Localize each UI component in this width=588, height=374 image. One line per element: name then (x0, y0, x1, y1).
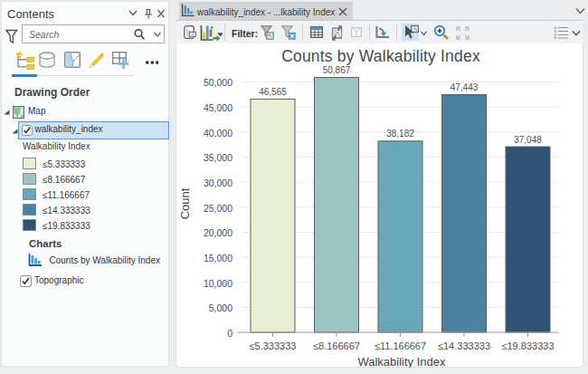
svg-text:37,048: 37,048 (514, 135, 542, 145)
svg-text:46,565: 46,565 (259, 87, 287, 97)
svg-text:25,000: 25,000 (204, 203, 232, 214)
svg-text:10,000: 10,000 (204, 278, 232, 289)
svg-text:≤19.833333: ≤19.833333 (501, 340, 554, 351)
svg-text:≤11.166667: ≤11.166667 (375, 340, 426, 351)
svg-text:40,000: 40,000 (204, 128, 232, 139)
svg-text:50,000: 50,000 (204, 77, 232, 88)
svg-text:≤8.166667: ≤8.166667 (313, 340, 360, 351)
svg-text:≤5.333333: ≤5.333333 (250, 340, 297, 351)
svg-text:47,443: 47,443 (450, 82, 479, 92)
svg-text:0: 0 (227, 328, 232, 339)
svg-text:20,000: 20,000 (204, 227, 232, 238)
svg-text:≤14.333333: ≤14.333333 (438, 340, 490, 351)
svg-text:15,000: 15,000 (204, 253, 232, 264)
svg-text:Counts by Walkability Index: Counts by Walkability Index (281, 47, 480, 65)
svg-text:30,000: 30,000 (204, 177, 232, 188)
svg-text:38,182: 38,182 (386, 129, 414, 139)
svg-text:35,000: 35,000 (204, 152, 232, 163)
svg-text:45,000: 45,000 (204, 102, 232, 113)
svg-text:Count: Count (178, 187, 192, 219)
svg-text:5,000: 5,000 (209, 302, 232, 313)
svg-text:Walkability Index: Walkability Index (357, 355, 446, 368)
svg-text:50,867: 50,867 (323, 65, 351, 75)
